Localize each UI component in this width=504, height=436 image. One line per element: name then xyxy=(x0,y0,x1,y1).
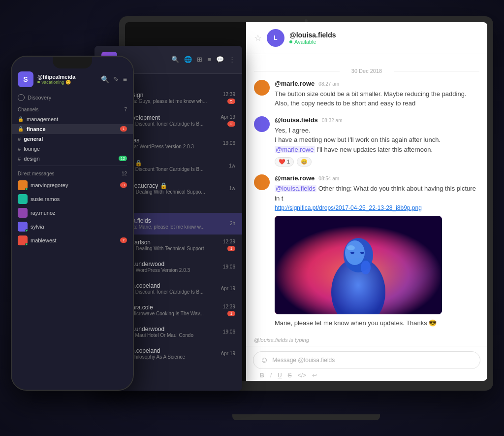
people-preview: Callie: Maui Hotel Or Maui Condo xyxy=(120,333,219,338)
online-indicator xyxy=(25,243,28,245)
reaction[interactable]: 😄 xyxy=(297,157,312,167)
people-name: barbara.cole xyxy=(120,304,219,311)
dm-name: susie.ramos xyxy=(31,196,127,202)
list-icon[interactable]: ≡ xyxy=(207,56,211,63)
message-text: @louisa.fields Other thing: What do you … xyxy=(275,184,479,213)
chat-reactions: ❤️ 1 😄 xyxy=(275,157,479,167)
phone-channel-management[interactable]: 🔒 management xyxy=(12,114,133,124)
channel-preview: Melissa: WordPress Version 2.0.3 xyxy=(120,144,219,149)
bold-button[interactable]: B xyxy=(260,372,264,379)
channel-time: 19:06 xyxy=(223,140,235,146)
channel-info: # Development You: A Discount Toner Cart… xyxy=(120,114,217,127)
date-divider: 30 Dec 2018 xyxy=(254,68,479,74)
last-message: Marie, please let me know when you updat… xyxy=(275,318,479,328)
people-preview: You: A Discount Toner Cartridge Is B... xyxy=(120,289,217,295)
svg-point-4 xyxy=(350,252,354,254)
hash-icon: # xyxy=(18,136,21,142)
menu-icon[interactable]: ≡ xyxy=(123,75,127,83)
phone-dm-susie[interactable]: susie.ramos xyxy=(12,192,133,206)
channel-badge: 12 xyxy=(119,156,127,161)
phone-channel-lounge[interactable]: # lounge xyxy=(12,144,133,154)
people-info: don.carlson Hattie: Dealing With Technic… xyxy=(120,239,219,251)
strikethrough-button[interactable]: S xyxy=(288,372,292,379)
dm-name: marvingregorey xyxy=(31,182,117,188)
channel-preview: Matilda: Guys, please let me know wh... xyxy=(120,99,219,104)
phone-username: @filipealmeida xyxy=(37,74,101,80)
channel-time: 1w xyxy=(229,186,235,191)
search-icon[interactable]: 🔍 xyxy=(171,56,179,63)
svg-point-6 xyxy=(361,261,371,274)
volume-button xyxy=(11,96,11,111)
italic-button[interactable]: I xyxy=(270,372,272,379)
channel-badge: 5 xyxy=(227,99,235,104)
people-time: 12:39 xyxy=(223,304,235,309)
typing-indicator: @louisa.fields is typing xyxy=(246,334,487,346)
people-preview: Hattie: Dealing With Technical Support xyxy=(120,246,219,251)
more-icon[interactable]: ⋮ xyxy=(229,56,235,63)
phone-dm-mable[interactable]: mablewest 7 xyxy=(12,234,133,247)
reaction[interactable]: ❤️ 1 xyxy=(275,157,294,167)
svg-point-5 xyxy=(360,252,364,254)
message-icon[interactable]: 💬 xyxy=(216,56,224,63)
workspace-icon[interactable]: S xyxy=(18,71,33,87)
discovery-icon xyxy=(18,94,25,101)
phone-dm-sylvia[interactable]: sylvia xyxy=(12,220,133,234)
underline-button[interactable]: U xyxy=(278,372,282,379)
phone-channel-design[interactable]: # design 12 xyxy=(12,154,133,164)
phone-dm-ray[interactable]: ray.munoz xyxy=(12,206,133,220)
phone-dm-marvin[interactable]: marvingregorey 3 xyxy=(12,178,133,192)
phone-channel-general[interactable]: # general xyxy=(12,134,133,144)
chat-header-info: @louisa.fields Available xyxy=(289,31,479,45)
compose-icon[interactable]: ✎ xyxy=(113,75,119,83)
message-input[interactable]: Message @louisa.fields xyxy=(272,357,473,364)
people-preview: Julian: WordPress Version 2.0.3 xyxy=(120,268,219,273)
search-icon[interactable]: 🔍 xyxy=(101,75,109,83)
message-text: The button size could be a bit smaller. … xyxy=(275,89,479,108)
message-content: @marie.rowe 08:54 am @louisa.fields Othe… xyxy=(275,174,479,328)
chat-toolbar: B I U S </> ↩ xyxy=(253,369,480,381)
message-author: @marie.rowe xyxy=(275,80,315,87)
chat-username: @louisa.fields xyxy=(289,31,479,39)
tablet-header-icons: 🔍 🌐 ⊞ ≡ 💬 ⋮ xyxy=(171,56,235,63)
laptop-base xyxy=(232,414,380,420)
people-name: don.carlson xyxy=(120,239,219,246)
discovery-item[interactable]: Discovery xyxy=(12,91,133,104)
people-name: callie.underwood xyxy=(120,326,219,333)
shared-image xyxy=(275,216,442,314)
code-button[interactable]: </> xyxy=(298,372,306,379)
message-text: Yes, I agree. I have a meeting now but I… xyxy=(275,126,479,155)
channel-preview: You: A Discount Toner Cartridge Is B... xyxy=(120,121,217,127)
discovery-label: Discovery xyxy=(28,95,51,101)
phone-channel-finance[interactable]: 🔒 finance 1 xyxy=(12,124,133,134)
channel-name: finance xyxy=(27,126,117,132)
channel-name: lounge xyxy=(24,146,127,152)
people-info: logan.copeland You: A Discount Toner Car… xyxy=(120,282,217,295)
phone-frame: S @filipealmeida Vacationing 😊 🔍 ✎ ≡ xyxy=(11,56,134,391)
message-author: @marie.rowe xyxy=(275,174,315,182)
channel-name: # Design xyxy=(120,92,219,99)
channels-section: Channels 7 xyxy=(12,104,133,114)
channel-badge: 2 xyxy=(227,121,235,127)
channel-name: management xyxy=(27,116,127,122)
chat-input-box[interactable]: ☺ Message @louisa.fields xyxy=(253,351,480,369)
people-time: Apr 19 xyxy=(221,286,235,291)
avatar xyxy=(254,80,270,96)
channel-name: # Development xyxy=(120,114,217,121)
channel-name: design xyxy=(24,156,116,162)
dm-name: mablewest xyxy=(31,237,117,243)
emoji-icon[interactable]: ☺ xyxy=(260,356,268,365)
dm-avatar xyxy=(18,235,28,245)
globe-icon[interactable]: 🌐 xyxy=(184,56,192,63)
people-name: logan.copeland xyxy=(120,282,217,289)
volume-button-2 xyxy=(11,116,11,135)
people-info: louisa.fields Matilda: Marie, please let… xyxy=(120,217,226,230)
chat-input-area[interactable]: ☺ Message @louisa.fields B I U S </> ↩ xyxy=(246,346,487,381)
return-button[interactable]: ↩ xyxy=(312,372,317,379)
chat-header: ☆ L @louisa.fields Available xyxy=(246,22,487,54)
star-icon[interactable]: ☆ xyxy=(254,33,262,43)
people-info: logan.copeland You: Philosophy As A Scie… xyxy=(120,347,217,360)
dm-avatar xyxy=(18,208,28,218)
image-svg xyxy=(275,216,442,314)
dm-label: Direct messages xyxy=(18,171,54,176)
grid-icon[interactable]: ⊞ xyxy=(197,56,202,63)
